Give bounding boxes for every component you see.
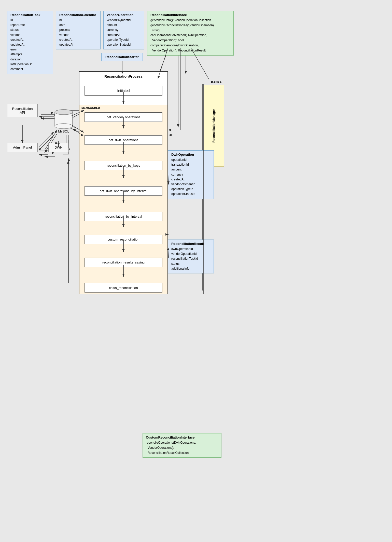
custom-reconciliation-interface-box: CustomReconciliationInterface reconcileO… xyxy=(143,433,221,458)
memcached-zone: MEMCACHED get_vendor_operations get_dwh_… xyxy=(79,105,167,294)
memcached-label: MEMCACHED xyxy=(79,105,167,110)
finish-reconciliation-step: finish_reconciliation xyxy=(85,283,162,293)
custom-reconciliation-step: custom_reconciliation xyxy=(85,235,162,244)
get-vendor-operations-step: get_vendor_operations xyxy=(85,112,162,122)
reconciliation-by-interval-step: reconciliation_by_interval xyxy=(85,212,162,221)
reconciliation-result-title: ReconciliationResult xyxy=(171,242,211,246)
svg-point-43 xyxy=(55,124,73,129)
reconciliation-api-box: ReconciliationAPI xyxy=(7,104,38,117)
vendor-operation-fields: vendorPaymentIdamountcurrencycreatedAtop… xyxy=(107,18,141,47)
reconciliation-result-box: ReconciliationResult dwhOperationIdvendo… xyxy=(168,240,214,273)
dwh-box: DWH xyxy=(48,143,69,152)
reconciliation-interface-methods: getVendorData(): VendorOperationCollecti… xyxy=(150,18,230,53)
initiated-step: Initiated xyxy=(85,86,162,96)
custom-reconciliation-interface-methods: reconcileOperations(DwhOperations, Vendo… xyxy=(146,440,218,455)
custom-reconciliation-interface-title: CustomReconciliationInterface xyxy=(146,435,218,439)
mysql-label: MySQL xyxy=(53,129,74,133)
reconciliation-process-title: ReconciliationProcess xyxy=(79,72,167,80)
reconciliation-manager-label: ReconciliationManager xyxy=(212,109,216,142)
dwh-operation-fields: operationIdtransactionIdamountcurrencycr… xyxy=(171,157,211,197)
reconciliation-task-fields: idreportDatestatusvendorcreatedAtupdated… xyxy=(10,18,50,72)
reconciliation-starter-box: ReconciliationStarter xyxy=(101,53,143,61)
get-dwh-operations-by-interval-step: get_dwh_operations_by_interval xyxy=(85,186,162,196)
dwh-operation-box: DwhOperation operationIdtransactionIdamo… xyxy=(168,150,214,199)
reconciliation-process-box: ReconciliationProcess Initiated MEMCACHE… xyxy=(79,71,168,294)
vendor-operation-title: VendorOperation xyxy=(107,13,141,17)
admin-panel-box: Admin Panel xyxy=(7,143,38,152)
reconciliation-result-fields: dwhOperationIdvendorOperationIdreconcili… xyxy=(171,247,211,271)
get-dwh-operations-step: get_dwh_operations xyxy=(85,135,162,145)
reconciliation-calendar-box: ReconciliationCalendar iddateprocessvend… xyxy=(56,11,101,49)
dwh-operation-title: DwhOperation xyxy=(171,153,211,156)
reconciliation-calendar-title: ReconciliationCalendar xyxy=(59,13,97,17)
reconciliation-task-title: ReconciliationTask xyxy=(10,13,50,17)
reconciliation-task-box: ReconciliationTask idreportDatestatusven… xyxy=(7,11,53,74)
kafka-label: KAFKA xyxy=(204,81,229,84)
reconciliation-by-keys-step: reconciliation_by_keys xyxy=(85,161,162,170)
reconciliation-interface-title: ReconciliationInterface xyxy=(150,13,230,17)
vendor-operation-box: VendorOperation vendorPaymentIdamountcur… xyxy=(103,11,144,49)
reconciliation-starter-label: ReconciliationStarter xyxy=(105,55,139,59)
reconciliation-calendar-fields: iddateprocessvendorcreatedAtupdatedAt xyxy=(59,18,97,47)
mysql-container: MySQL xyxy=(53,107,74,133)
reconciliation-results-saving-step: reconciliation_results_saving xyxy=(85,258,162,267)
reconciliation-interface-box: ReconciliationInterface getVendorData():… xyxy=(147,11,234,56)
